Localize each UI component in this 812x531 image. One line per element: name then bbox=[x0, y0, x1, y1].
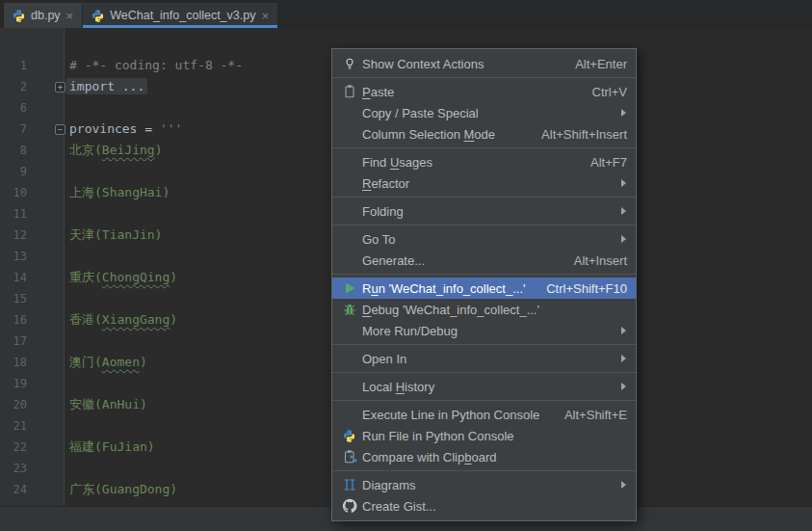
menu-item-label: Execute Line in Python Console bbox=[362, 408, 539, 422]
close-icon[interactable]: × bbox=[65, 10, 75, 22]
editor-context-menu: Show Context ActionsAlt+EnterPasteCtrl+V… bbox=[331, 48, 637, 521]
menu-separator bbox=[332, 274, 636, 275]
line-number: 19 bbox=[0, 373, 65, 394]
menu-item-label: Generate... bbox=[362, 253, 425, 268]
menu-item-shortcut: Alt+Shift+E bbox=[547, 408, 627, 422]
line-number: 24 bbox=[0, 479, 65, 500]
menu-item-execute-line-in-python-console[interactable]: Execute Line in Python ConsoleAlt+Shift+… bbox=[332, 404, 636, 425]
menu-item-copy-paste-special[interactable]: Copy / Paste Special bbox=[332, 102, 636, 123]
menu-item-go-to[interactable]: Go To bbox=[332, 228, 636, 250]
menu-item-compare-with-clipboard[interactable]: Compare with Clipboard bbox=[332, 446, 636, 467]
menu-item-refactor[interactable]: Refactor bbox=[332, 173, 636, 194]
tab-label: db.py bbox=[31, 9, 61, 22]
menu-item-label: Go To bbox=[362, 232, 395, 247]
menu-item-diagrams[interactable]: Diagrams bbox=[332, 474, 636, 495]
menu-item-label: Copy / Paste Special bbox=[362, 106, 479, 120]
github-icon bbox=[341, 498, 357, 514]
menu-item-label: Find Usages bbox=[362, 155, 432, 170]
menu-item-label: Compare with Clipboard bbox=[362, 450, 496, 465]
line-number: 20 bbox=[0, 394, 65, 415]
line-number: 6 bbox=[0, 97, 65, 119]
menu-item-shortcut: Alt+F7 bbox=[573, 155, 627, 170]
menu-item-label: Folding bbox=[362, 204, 404, 219]
paste-clipboard-icon bbox=[341, 84, 357, 99]
line-number: 9 bbox=[0, 161, 65, 182]
submenu-arrow-icon bbox=[621, 327, 626, 334]
line-number: 11 bbox=[0, 203, 65, 225]
menu-item-paste[interactable]: PasteCtrl+V bbox=[332, 81, 636, 102]
line-number: 23 bbox=[0, 458, 65, 479]
menu-separator bbox=[332, 470, 636, 471]
diagrams-icon bbox=[341, 477, 357, 492]
pycharm-window: { "colors": { "editor_bg": "#2b2b2b", "m… bbox=[0, 0, 812, 531]
menu-item-label: Open In bbox=[362, 352, 406, 366]
line-number: 21 bbox=[0, 415, 65, 437]
menu-separator bbox=[332, 400, 636, 401]
menu-item-generate[interactable]: Generate...Alt+Insert bbox=[332, 250, 636, 271]
menu-item-label: Show Context Actions bbox=[362, 57, 484, 71]
menu-item-label: More Run/Debug bbox=[362, 324, 458, 338]
line-number: 18 bbox=[0, 352, 65, 373]
menu-item-show-context-actions[interactable]: Show Context ActionsAlt+Enter bbox=[332, 53, 636, 74]
lightbulb-icon bbox=[341, 56, 357, 71]
menu-item-label: Run 'WeChat_info_collect_...' bbox=[362, 281, 526, 296]
menu-item-open-in[interactable]: Open In bbox=[332, 348, 636, 369]
line-number: 16 bbox=[0, 309, 65, 331]
menu-item-run-wechat-info-collect[interactable]: Run 'WeChat_info_collect_...'Ctrl+Shift+… bbox=[332, 278, 636, 299]
menu-item-label: Create Gist... bbox=[362, 499, 436, 514]
python-icon bbox=[341, 429, 357, 443]
menu-item-label: Local History bbox=[362, 380, 434, 394]
menu-item-more-run-debug[interactable]: More Run/Debug bbox=[332, 320, 636, 341]
submenu-arrow-icon bbox=[621, 355, 626, 362]
compare-clipboard-icon bbox=[341, 449, 357, 465]
fold-expand-icon[interactable]: + bbox=[55, 82, 65, 93]
tab-label: WeChat_info_collect_v3.py bbox=[110, 9, 255, 22]
submenu-arrow-icon bbox=[621, 207, 626, 215]
menu-item-column-selection-mode[interactable]: Column Selection ModeAlt+Shift+Insert bbox=[332, 123, 636, 145]
menu-item-find-usages[interactable]: Find UsagesAlt+F7 bbox=[332, 151, 636, 173]
tab-db-py[interactable]: db.py × bbox=[4, 3, 82, 28]
menu-item-label: Debug 'WeChat_info_collect_...' bbox=[362, 303, 539, 317]
menu-item-label: Diagrams bbox=[362, 478, 416, 492]
menu-item-local-history[interactable]: Local History bbox=[332, 376, 636, 397]
line-number: 1 bbox=[0, 55, 65, 76]
line-number: 12 bbox=[0, 225, 65, 246]
menu-item-folding[interactable]: Folding bbox=[332, 200, 636, 222]
menu-separator bbox=[332, 344, 636, 345]
menu-item-debug-wechat-info-collect[interactable]: Debug 'WeChat_info_collect_...' bbox=[332, 299, 636, 320]
submenu-arrow-icon bbox=[621, 481, 626, 489]
run-icon bbox=[341, 280, 357, 296]
menu-separator bbox=[332, 225, 636, 226]
line-number: 8 bbox=[0, 140, 65, 161]
menu-item-shortcut: Ctrl+V bbox=[575, 85, 627, 99]
menu-item-label: Paste bbox=[362, 85, 394, 99]
menu-item-label: Run File in Python Console bbox=[362, 429, 514, 443]
line-number: 10 bbox=[0, 182, 65, 203]
submenu-arrow-icon bbox=[621, 109, 626, 117]
tab-wechat-info-collect-v3-py[interactable]: WeChat_info_collect_v3.py × bbox=[83, 3, 277, 28]
menu-separator bbox=[332, 147, 636, 148]
menu-item-shortcut: Ctrl+Shift+F10 bbox=[529, 281, 627, 296]
menu-item-create-gist[interactable]: Create Gist... bbox=[332, 495, 636, 517]
line-number: 15 bbox=[0, 288, 65, 309]
fold-collapse-icon[interactable]: − bbox=[55, 124, 65, 135]
submenu-arrow-icon bbox=[621, 383, 626, 390]
menu-item-shortcut: Alt+Enter bbox=[558, 57, 627, 71]
menu-separator bbox=[332, 77, 636, 78]
menu-separator bbox=[332, 197, 636, 198]
line-number: 22 bbox=[0, 437, 65, 458]
submenu-arrow-icon bbox=[621, 179, 626, 187]
line-number: 17 bbox=[0, 331, 65, 352]
menu-separator bbox=[332, 372, 636, 373]
menu-item-shortcut: Alt+Insert bbox=[557, 253, 627, 268]
close-icon[interactable]: × bbox=[260, 10, 270, 22]
menu-item-shortcut: Alt+Shift+Insert bbox=[524, 127, 627, 142]
editor-tab-bar: db.py × WeChat_info_collect_v3.py × bbox=[0, 0, 812, 28]
menu-item-label: Column Selection Mode bbox=[362, 127, 495, 142]
line-number: 14 bbox=[0, 267, 65, 288]
submenu-arrow-icon bbox=[621, 235, 626, 243]
menu-item-label: Refactor bbox=[362, 176, 409, 191]
menu-item-run-file-in-python-console[interactable]: Run File in Python Console bbox=[332, 425, 636, 446]
line-number: 13 bbox=[0, 246, 65, 267]
python-icon bbox=[12, 9, 26, 23]
